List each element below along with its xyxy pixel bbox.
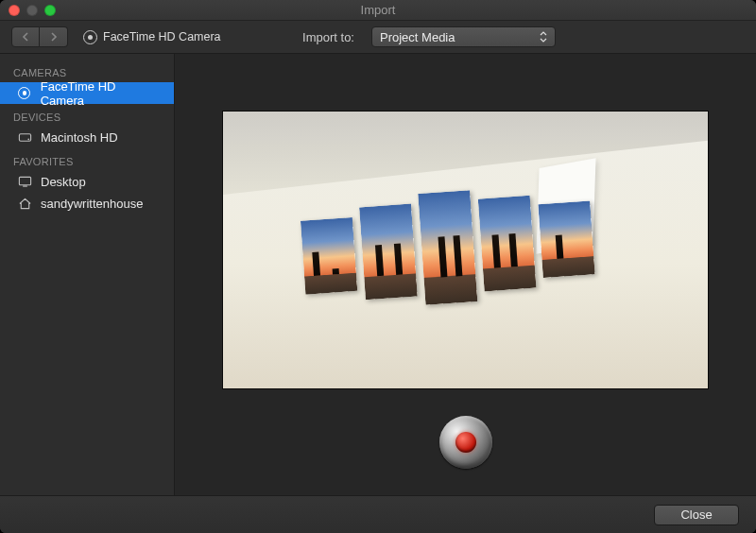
window-controls bbox=[9, 5, 56, 16]
camera-preview bbox=[222, 111, 709, 389]
content: CAMERAS FaceTime HD Camera DEVICES Macin… bbox=[0, 54, 756, 495]
import-to-label: Import to: bbox=[302, 30, 354, 44]
sidebar-item-macintosh-hd[interactable]: Macintosh HD bbox=[0, 127, 174, 148]
close-button[interactable]: Close bbox=[654, 505, 739, 525]
svg-rect-3 bbox=[23, 185, 27, 186]
sidebar: CAMERAS FaceTime HD Camera DEVICES Macin… bbox=[0, 54, 175, 495]
titlebar: Import bbox=[0, 0, 756, 21]
hdd-icon bbox=[17, 130, 32, 146]
sidebar-item-home[interactable]: sandywrittenhouse bbox=[0, 193, 174, 215]
source-label: FaceTime HD Camera bbox=[103, 30, 221, 43]
toolbar: FaceTime HD Camera Import to: Project Me… bbox=[0, 21, 756, 54]
camera-icon bbox=[17, 86, 32, 101]
home-icon bbox=[17, 197, 32, 212]
nav-segment bbox=[11, 26, 68, 47]
record-button[interactable] bbox=[439, 416, 492, 469]
sidebar-item-desktop[interactable]: Desktop bbox=[0, 171, 174, 193]
dropdown-stepper-icon bbox=[540, 27, 549, 46]
sidebar-item-label: Macintosh HD bbox=[41, 130, 118, 145]
footer: Close bbox=[0, 495, 756, 533]
back-button[interactable] bbox=[11, 26, 40, 47]
sidebar-item-label: sandywrittenhouse bbox=[41, 197, 143, 211]
import-to-dropdown[interactable]: Project Media bbox=[371, 26, 556, 47]
svg-rect-2 bbox=[19, 177, 30, 184]
window-title: Import bbox=[0, 3, 756, 17]
zoom-window-icon[interactable] bbox=[44, 5, 56, 16]
forward-button[interactable] bbox=[40, 26, 68, 47]
main-area bbox=[175, 54, 756, 495]
close-button-label: Close bbox=[680, 507, 712, 522]
sidebar-item-label: FaceTime HD Camera bbox=[41, 79, 161, 108]
svg-point-1 bbox=[27, 139, 29, 141]
import-window: Import FaceTime HD Camera Import to: Pro… bbox=[0, 0, 756, 533]
source-indicator: FaceTime HD Camera bbox=[83, 30, 221, 44]
section-heading-devices: DEVICES bbox=[0, 104, 174, 127]
section-heading-favorites: FAVORITES bbox=[0, 148, 174, 171]
import-to-value: Project Media bbox=[380, 30, 455, 44]
camera-icon bbox=[83, 30, 97, 44]
desktop-icon bbox=[17, 175, 32, 190]
minimize-window-icon bbox=[26, 5, 38, 16]
sidebar-item-facetime-camera[interactable]: FaceTime HD Camera bbox=[0, 82, 174, 104]
svg-rect-0 bbox=[19, 134, 30, 142]
close-window-icon[interactable] bbox=[9, 5, 20, 16]
sidebar-item-label: Desktop bbox=[41, 175, 86, 189]
